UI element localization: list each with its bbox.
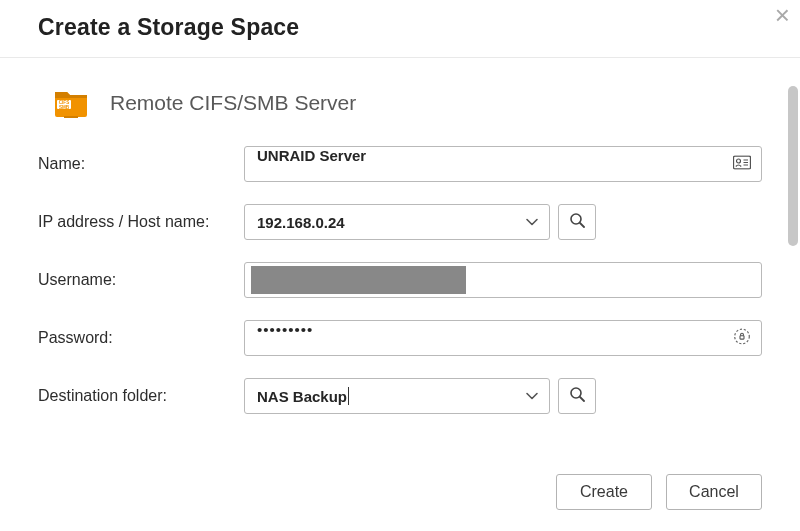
chevron-down-icon	[525, 215, 539, 229]
section-header: CIFS SMB Remote CIFS/SMB Server	[38, 58, 762, 146]
name-input[interactable]: UNRAID Server	[244, 146, 762, 182]
ip-search-button[interactable]	[558, 204, 596, 240]
dialog-footer: Create Cancel	[556, 474, 762, 510]
svg-point-6	[737, 159, 741, 163]
close-icon[interactable]: ×	[775, 2, 790, 28]
row-name: Name: UNRAID Server	[38, 146, 762, 182]
text-cursor	[348, 387, 349, 405]
search-icon	[569, 212, 585, 232]
svg-line-11	[580, 223, 584, 227]
svg-line-15	[580, 397, 584, 401]
password-value: •••••••••	[257, 321, 313, 338]
search-icon	[569, 386, 585, 406]
destination-label: Destination folder:	[38, 387, 244, 405]
username-input[interactable]	[244, 262, 762, 298]
ip-label: IP address / Host name:	[38, 213, 244, 231]
row-username: Username:	[38, 262, 762, 298]
password-label: Password:	[38, 329, 244, 347]
create-button[interactable]: Create	[556, 474, 652, 510]
username-label: Username:	[38, 271, 244, 289]
chevron-down-icon	[525, 389, 539, 403]
svg-rect-4	[64, 116, 78, 118]
dialog-body: CIFS SMB Remote CIFS/SMB Server Name: UN…	[0, 58, 800, 528]
svg-rect-13	[740, 336, 744, 339]
dialog-title: Create a Storage Space	[38, 14, 762, 41]
destination-value: NAS Backup	[257, 388, 347, 405]
dialog-header: Create a Storage Space ×	[0, 0, 800, 57]
password-input[interactable]: •••••••••	[244, 320, 762, 356]
reveal-password-icon[interactable]	[733, 328, 751, 349]
username-redacted	[251, 266, 466, 294]
name-value: UNRAID Server	[257, 147, 366, 164]
row-destination: Destination folder: NAS Backup	[38, 378, 762, 414]
section-title: Remote CIFS/SMB Server	[110, 91, 356, 115]
ip-value: 192.168.0.24	[257, 214, 345, 231]
name-label: Name:	[38, 155, 244, 173]
cancel-button[interactable]: Cancel	[666, 474, 762, 510]
destination-browse-button[interactable]	[558, 378, 596, 414]
ip-combobox[interactable]: 192.168.0.24	[244, 204, 550, 240]
svg-point-12	[735, 329, 750, 344]
form: Name: UNRAID Server	[38, 146, 762, 414]
scrollbar-thumb[interactable]	[788, 86, 798, 246]
svg-text:SMB: SMB	[59, 105, 70, 110]
destination-combobox[interactable]: NAS Backup	[244, 378, 550, 414]
contact-card-icon[interactable]	[733, 156, 751, 173]
row-ip: IP address / Host name: 192.168.0.24	[38, 204, 762, 240]
row-password: Password: •••••••••	[38, 320, 762, 356]
cifs-folder-icon: CIFS SMB	[54, 88, 88, 118]
